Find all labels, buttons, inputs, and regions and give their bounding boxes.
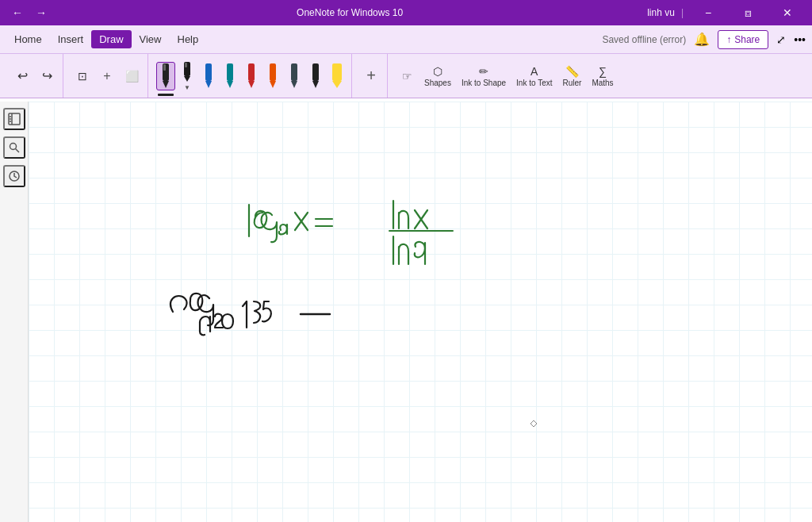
notification-icon[interactable]: 🔔 [694,32,710,47]
saved-status: Saved offline (error) [602,34,686,45]
notebook-icon[interactable] [3,108,25,130]
ink-to-shape-icon: ✏ [479,65,488,78]
svg-rect-18 [332,63,342,81]
more-button[interactable]: ••• [794,33,806,46]
add-pen-group: + [355,54,388,98]
svg-rect-6 [205,63,212,81]
dark-pen-icon [311,63,320,90]
menu-insert[interactable]: Insert [50,30,92,48]
pen-dropdown-button[interactable]: ▼ [178,60,197,92]
add-pen-icon: + [366,67,376,85]
menubar: Home Insert Draw View Help [6,30,206,48]
ruler-label: Ruler [562,79,581,87]
svg-rect-2 [163,64,166,71]
lasso-button[interactable]: ⊡ [71,67,94,85]
separator: | [681,7,684,18]
black-pen-icon [161,63,170,90]
add-space-icon: + [103,69,110,83]
shapes-label: Shapes [424,79,451,87]
expand-button[interactable]: ⤢ [776,33,786,46]
ink-to-shape-button[interactable]: ✏ Ink to Shape [458,63,510,90]
ribbon: ↩ ↪ ⊡ + ⬜ [0,54,812,98]
pens-group: ▼ [151,54,352,98]
titlebar: ← → OneNote for Windows 10 linh vu | − ⧈… [0,0,812,25]
darkgray-pen-button[interactable] [285,62,304,90]
ink-to-text-label: Ink to Text [516,79,552,87]
nav-arrows[interactable]: ← → [6,0,52,25]
darkgray-pen-icon [289,63,299,90]
share-label: Share [734,34,760,45]
ink-to-text-icon: A [530,65,538,78]
svg-line-26 [15,149,19,153]
close-button[interactable]: ✕ [769,0,806,25]
svg-marker-15 [291,81,297,88]
app-title: OneNote for Windows 10 [52,7,647,18]
add-pen-button[interactable]: + [360,64,382,87]
back-button[interactable]: ← [6,0,29,25]
orange-pen-button[interactable] [263,62,282,90]
blue-pen-icon [204,63,213,90]
red-pen-button[interactable] [242,62,261,90]
dark-pen-button[interactable] [306,62,325,90]
maths-icon: ∑ [599,65,607,78]
svg-rect-16 [312,63,319,81]
cursor-marker [530,420,537,427]
draw-options-group: ☞ ⬡ Shapes ✏ Ink to Shape A Ink to Text … [391,54,622,98]
svg-marker-9 [227,81,233,88]
shapes-icon: ⬡ [433,65,442,78]
window-controls[interactable]: − ⧈ ✕ [690,0,806,25]
minimize-button[interactable]: − [690,0,726,25]
share-button[interactable]: ↑ Share [718,30,768,49]
svg-marker-4 [184,76,190,82]
blue-pen-button[interactable] [199,62,218,90]
teal-pen-icon [225,63,235,90]
yellow-highlighter-button[interactable] [327,62,347,90]
svg-marker-19 [332,81,342,88]
undo-button[interactable]: ↩ [11,66,33,86]
restore-button[interactable]: ⧈ [730,0,766,25]
user-name: linh vu [647,7,675,18]
svg-marker-1 [163,81,169,88]
share-icon: ↑ [726,34,731,45]
svg-marker-17 [312,81,319,88]
maths-button[interactable]: ∑ Maths [588,63,617,90]
sidebar [0,102,29,522]
svg-rect-8 [227,63,233,81]
svg-rect-12 [270,63,276,81]
maths-label: Maths [592,79,613,87]
orange-pen-icon [268,63,278,90]
undo-icon: ↩ [17,68,28,83]
ruler-button[interactable]: 📏 Ruler [558,63,585,90]
shapes-button[interactable]: ⬡ Shapes [420,63,455,90]
ink-to-shape-label: Ink to Shape [462,79,506,87]
ink-to-text-button[interactable]: A Ink to Text [512,63,556,90]
eraser-icon: ⬜ [125,70,139,83]
lasso-icon: ⊡ [78,70,87,83]
redo-button[interactable]: ↪ [36,66,58,86]
add-space-button[interactable]: + [96,67,118,86]
svg-rect-14 [291,63,297,81]
equation-2 [170,294,330,335]
menu-view[interactable]: View [132,30,170,48]
teal-pen-button[interactable] [220,62,239,90]
undo-redo-group: ↩ ↪ [6,54,63,98]
red-pen-icon [247,63,256,90]
touch-button[interactable]: ☞ [396,67,418,85]
dropdown-arrow: ▼ [184,84,190,91]
svg-rect-5 [185,63,187,67]
touch-icon: ☞ [402,70,412,83]
menu-draw[interactable]: Draw [91,30,131,48]
forward-button[interactable]: → [30,0,52,25]
recent-icon[interactable] [3,165,25,187]
pen-icon [182,61,192,83]
black-pen-button[interactable] [156,62,175,90]
eraser-button[interactable]: ⬜ [121,67,143,85]
svg-rect-10 [248,63,255,81]
menu-help[interactable]: Help [170,30,207,48]
search-icon[interactable] [3,136,25,159]
svg-point-25 [10,144,16,150]
menu-home[interactable]: Home [6,30,50,48]
canvas-area[interactable] [29,102,812,522]
svg-marker-13 [270,81,276,88]
drawing-canvas[interactable] [29,102,812,522]
